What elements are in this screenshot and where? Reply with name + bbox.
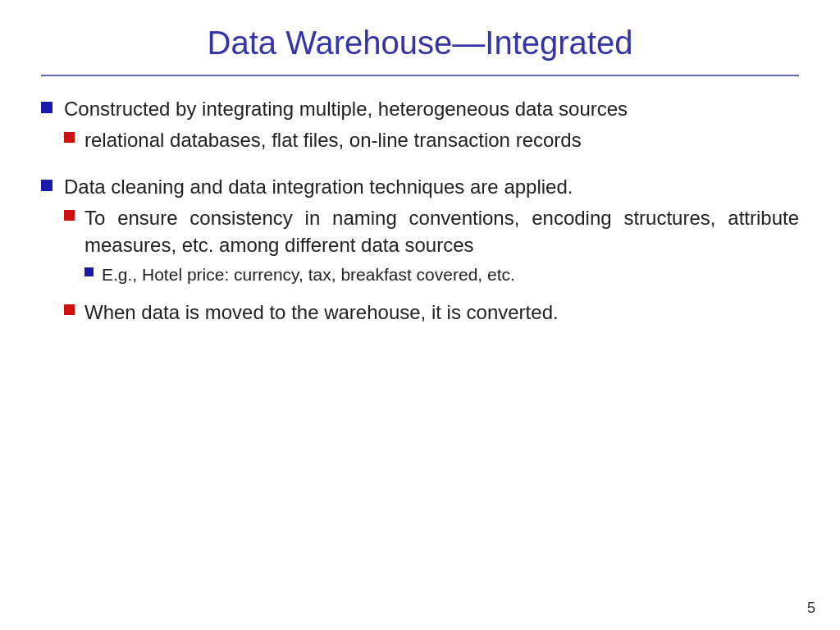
sub-list: relational databases, flat files, on-lin… [64,127,799,153]
item-text: Data cleaning and data integration techn… [64,176,573,198]
bullet-icon [84,267,94,276]
list-item: When data is moved to the warehouse, it … [64,299,799,326]
list-item: relational databases, flat files, on-lin… [64,127,799,153]
slide-number: 5 [807,600,815,617]
item-content: Data cleaning and data integration techn… [64,174,799,335]
item-text: When data is moved to the warehouse, it … [84,301,559,323]
bullet-icon [64,132,75,143]
list-item: To ensure consistency in naming conventi… [64,205,799,291]
slide: Data Warehouse—Integrated Constructed by… [0,0,840,630]
sub-sub-list: E.g., Hotel price: currency, tax, breakf… [84,263,799,286]
item-content: To ensure consistency in naming conventi… [84,205,799,291]
bullet-icon [41,102,52,113]
bullet-icon [64,210,75,221]
list-item: Data cleaning and data integration techn… [41,174,799,335]
item-content: Constructed by integrating multiple, het… [64,96,799,162]
main-list: Constructed by integrating multiple, het… [41,96,799,335]
item-content: When data is moved to the warehouse, it … [84,299,799,326]
slide-content: Constructed by integrating multiple, het… [41,88,799,605]
item-text: E.g., Hotel price: currency, tax, breakf… [102,265,515,284]
item-content: E.g., Hotel price: currency, tax, breakf… [102,263,799,286]
bullet-icon [41,180,52,191]
list-item: Constructed by integrating multiple, het… [41,96,799,162]
bullet-icon [64,304,75,315]
list-item: E.g., Hotel price: currency, tax, breakf… [84,263,799,286]
item-text: To ensure consistency in naming conventi… [84,207,799,255]
item-text: Constructed by integrating multiple, het… [64,98,628,120]
sub-list: To ensure consistency in naming conventi… [64,205,799,326]
item-text: relational databases, flat files, on-lin… [84,129,582,151]
slide-title: Data Warehouse—Integrated [41,25,799,76]
item-content: relational databases, flat files, on-lin… [84,127,799,153]
